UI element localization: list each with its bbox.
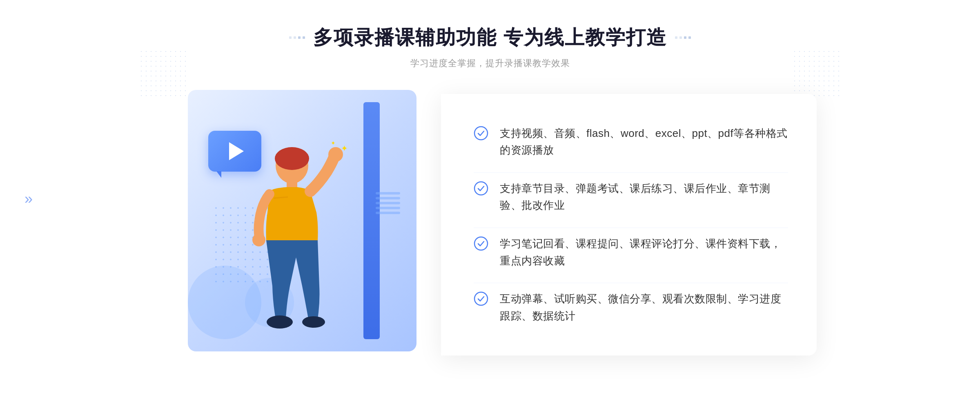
chevron-right-icon: » xyxy=(24,192,33,206)
check-icon-4 xyxy=(474,291,488,306)
page-container: » 多项录播课辅助功能 专为线上教学打造 学习进度全掌握，提升录播课教学效果 xyxy=(0,0,980,398)
svg-point-10 xyxy=(474,182,488,195)
svg-point-6 xyxy=(302,316,325,328)
check-icon-1 xyxy=(474,126,488,141)
feature-text-3: 学习笔记回看、课程提问、课程评论打分、课件资料下载，重点内容收藏 xyxy=(500,235,788,269)
feature-item-1: 支持视频、音频、flash、word、excel、ppt、pdf等各种格式的资源… xyxy=(474,118,788,166)
feature-text-4: 互动弹幕、试听购买、微信分享、观看次数限制、学习进度跟踪、数据统计 xyxy=(500,291,788,324)
features-panel: 支持视频、音频、flash、word、excel、ppt、pdf等各种格式的资源… xyxy=(441,94,817,356)
left-arrow-decoration: » xyxy=(24,192,33,206)
title-decoration-right xyxy=(675,36,691,39)
feature-item-2: 支持章节目录、弹题考试、课后练习、课后作业、章节测验、批改作业 xyxy=(474,172,788,221)
svg-point-9 xyxy=(474,127,488,140)
feature-text-2: 支持章节目录、弹题考试、课后练习、课后作业、章节测验、批改作业 xyxy=(500,180,788,214)
header-section: 多项录播课辅助功能 专为线上教学打造 学习进度全掌握，提升录播课教学效果 xyxy=(289,25,690,69)
title-decoration-left xyxy=(289,36,305,39)
person-figure: ✦ ✦ xyxy=(220,131,351,360)
svg-text:✦: ✦ xyxy=(341,144,348,153)
svg-point-12 xyxy=(474,292,488,305)
page-subtitle: 学习进度全掌握，提升录播课教学效果 xyxy=(289,57,690,69)
svg-point-11 xyxy=(474,237,488,250)
page-title: 多项录播课辅助功能 专为线上教学打造 xyxy=(313,25,666,51)
svg-point-4 xyxy=(252,233,265,246)
svg-text:✦: ✦ xyxy=(331,140,336,146)
stripe-decoration xyxy=(376,192,400,225)
feature-item-3: 学习笔记回看、课程提问、课程评论打分、课件资料下载，重点内容收藏 xyxy=(474,228,788,277)
feature-text-1: 支持视频、音频、flash、word、excel、ppt、pdf等各种格式的资源… xyxy=(500,125,788,159)
main-content: ✦ ✦ 支持视频、音频、flash、word、excel、ppt、pdf等各种格… xyxy=(163,90,817,360)
feature-item-4: 互动弹幕、试听购买、微信分享、观看次数限制、学习进度跟踪、数据统计 xyxy=(474,283,788,332)
check-icon-2 xyxy=(474,181,488,196)
check-icon-3 xyxy=(474,236,488,251)
title-row: 多项录播课辅助功能 专为线上教学打造 xyxy=(289,25,690,51)
illustration-area: ✦ ✦ xyxy=(163,90,441,360)
svg-point-5 xyxy=(267,315,293,329)
